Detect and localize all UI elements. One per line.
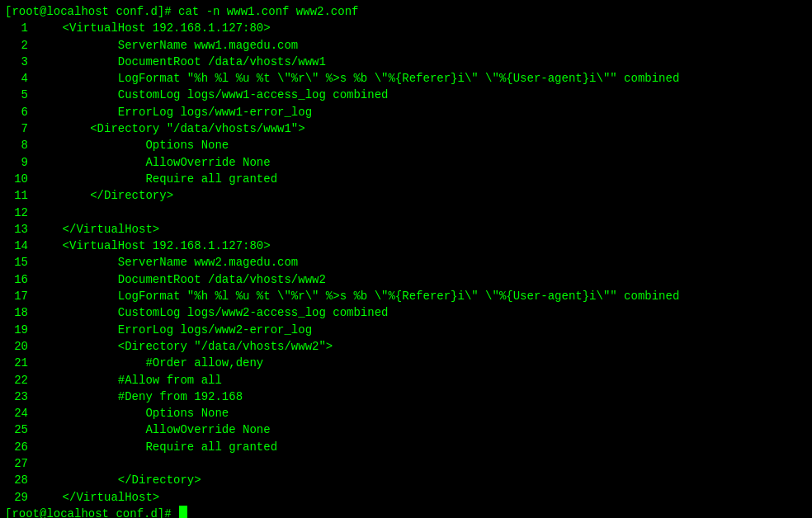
line-content: ErrorLog logs/www1-error_log xyxy=(35,104,312,120)
table-row: 13 </VirtualHost> xyxy=(5,221,807,238)
terminal-window: [root@localhost conf.d]# cat -n www1.con… xyxy=(0,0,812,518)
line-content: </Directory> xyxy=(35,472,201,488)
top-prompt: [root@localhost conf.d]# cat -n www1.con… xyxy=(5,3,358,20)
line-number: 8 xyxy=(5,137,28,153)
table-row: 19 ErrorLog logs/www2-error_log xyxy=(5,322,807,338)
table-row: 28 </Directory> xyxy=(5,472,807,488)
line-number: 16 xyxy=(5,271,28,288)
line-content: AllowOverride None xyxy=(35,421,271,438)
table-row: 3 DocumentRoot /data/vhosts/www1 xyxy=(5,54,807,70)
line-number: 21 xyxy=(5,355,28,371)
line-number: 24 xyxy=(5,405,28,421)
line-number: 26 xyxy=(5,439,28,455)
line-content: ServerName www1.magedu.com xyxy=(35,37,298,54)
table-row: 22 #Allow from all xyxy=(5,372,807,388)
line-content: <VirtualHost 192.168.1.127:80> xyxy=(35,238,271,254)
line-number: 7 xyxy=(5,120,28,137)
line-number: 22 xyxy=(5,372,28,388)
table-row: 18 CustomLog logs/www2-access_log combin… xyxy=(5,304,807,321)
table-row: 7 <Directory "/data/vhosts/www1"> xyxy=(5,120,807,137)
line-number: 2 xyxy=(5,37,28,54)
table-row: 20 <Directory "/data/vhosts/www2"> xyxy=(5,338,807,355)
line-content: </Directory> xyxy=(35,187,173,204)
table-row: 10 Require all granted xyxy=(5,171,807,187)
line-content: CustomLog logs/www2-access_log combined xyxy=(35,304,388,321)
top-prompt-line: [root@localhost conf.d]# cat -n www1.con… xyxy=(5,3,807,20)
table-row: 17 LogFormat "%h %l %u %t \"%r\" %>s %b … xyxy=(5,288,807,304)
table-row: 27 xyxy=(5,455,807,472)
line-number: 19 xyxy=(5,322,28,338)
line-content: Options None xyxy=(35,405,229,421)
table-row: 6 ErrorLog logs/www1-error_log xyxy=(5,104,807,120)
line-number: 23 xyxy=(5,388,28,405)
bottom-prompt-line: [root@localhost conf.d]# xyxy=(5,506,807,518)
line-content: Require all granted xyxy=(35,439,277,455)
cursor xyxy=(179,506,187,518)
table-row: 14 <VirtualHost 192.168.1.127:80> xyxy=(5,238,807,254)
line-number: 10 xyxy=(5,171,28,187)
line-content: CustomLog logs/www1-access_log combined xyxy=(35,87,388,103)
line-number: 5 xyxy=(5,87,28,103)
table-row: 4 LogFormat "%h %l %u %t \"%r\" %>s %b \… xyxy=(5,70,807,87)
line-number: 20 xyxy=(5,338,28,355)
table-row: 23 #Deny from 192.168 xyxy=(5,388,807,405)
table-row: 21 #Order allow,deny xyxy=(5,355,807,371)
line-content: #Allow from all xyxy=(35,372,222,388)
line-number: 17 xyxy=(5,288,28,304)
line-content: ErrorLog logs/www2-error_log xyxy=(35,322,312,338)
line-content: <Directory "/data/vhosts/www1"> xyxy=(35,120,305,137)
line-content: <Directory "/data/vhosts/www2"> xyxy=(35,338,333,355)
line-number: 14 xyxy=(5,238,28,254)
line-number: 18 xyxy=(5,304,28,321)
table-row: 11 </Directory> xyxy=(5,187,807,204)
line-number: 1 xyxy=(5,20,28,36)
line-number: 27 xyxy=(5,455,28,472)
line-content: #Order allow,deny xyxy=(35,355,263,371)
line-content: AllowOverride None xyxy=(35,154,271,171)
table-row: 15 ServerName www2.magedu.com xyxy=(5,254,807,271)
table-row: 16 DocumentRoot /data/vhosts/www2 xyxy=(5,271,807,288)
table-row: 5 CustomLog logs/www1-access_log combine… xyxy=(5,87,807,103)
line-content: Require all granted xyxy=(35,171,277,187)
line-number: 4 xyxy=(5,70,28,87)
table-row: 2 ServerName www1.magedu.com xyxy=(5,37,807,54)
table-row: 12 xyxy=(5,205,807,221)
line-number: 28 xyxy=(5,472,28,488)
line-number: 29 xyxy=(5,489,28,506)
line-number: 25 xyxy=(5,421,28,438)
line-content: <VirtualHost 192.168.1.127:80> xyxy=(35,20,271,36)
table-row: 29 </VirtualHost> xyxy=(5,489,807,506)
table-row: 26 Require all granted xyxy=(5,439,807,455)
table-row: 24 Options None xyxy=(5,405,807,421)
line-number: 12 xyxy=(5,205,28,221)
line-number: 9 xyxy=(5,154,28,171)
line-content: </VirtualHost> xyxy=(35,221,159,238)
line-content: LogFormat "%h %l %u %t \"%r\" %>s %b \"%… xyxy=(35,288,679,304)
line-content: </VirtualHost> xyxy=(35,489,159,506)
table-row: 1 <VirtualHost 192.168.1.127:80> xyxy=(5,20,807,36)
bottom-prompt: [root@localhost conf.d]# xyxy=(5,506,178,518)
table-row: 9 AllowOverride None xyxy=(5,154,807,171)
line-content: LogFormat "%h %l %u %t \"%r\" %>s %b \"%… xyxy=(35,70,679,87)
table-row: 25 AllowOverride None xyxy=(5,421,807,438)
line-content: #Deny from 192.168 xyxy=(35,388,243,405)
line-content: DocumentRoot /data/vhosts/www2 xyxy=(35,271,326,288)
lines-container: 1 <VirtualHost 192.168.1.127:80>2 Server… xyxy=(5,20,807,506)
line-number: 6 xyxy=(5,104,28,120)
line-number: 3 xyxy=(5,54,28,70)
line-number: 15 xyxy=(5,254,28,271)
line-content: DocumentRoot /data/vhosts/www1 xyxy=(35,54,326,70)
line-number: 13 xyxy=(5,221,28,238)
line-content: Options None xyxy=(35,137,229,153)
table-row: 8 Options None xyxy=(5,137,807,153)
line-number: 11 xyxy=(5,187,28,204)
line-content: ServerName www2.magedu.com xyxy=(35,254,298,271)
